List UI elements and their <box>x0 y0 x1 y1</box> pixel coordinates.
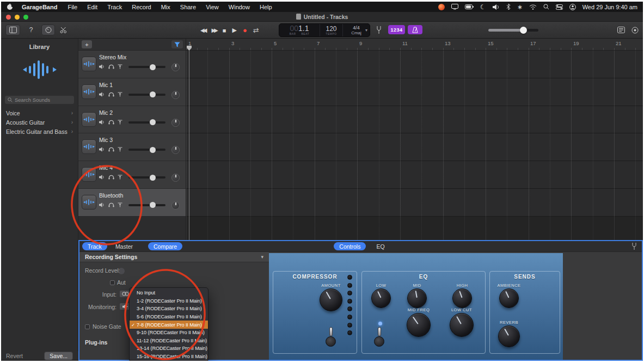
pan-knob[interactable] <box>171 201 180 210</box>
input-monitor-button[interactable] <box>118 117 122 127</box>
track-row-mic-4[interactable]: Mic 4 <box>78 161 186 189</box>
library-item-electric-guitar[interactable]: Electric Guitar and Bass › <box>1 127 78 136</box>
tuner-button[interactable] <box>375 25 383 35</box>
volume-thumb[interactable] <box>150 91 156 97</box>
save-button[interactable]: Save... <box>44 352 73 360</box>
count-in-button[interactable]: 1234 <box>388 25 405 34</box>
lcd-tempo[interactable]: 120 TEMPO <box>320 24 342 36</box>
search-sounds-field[interactable]: Search Sounds <box>5 96 74 104</box>
tab-master[interactable]: Master <box>110 242 138 250</box>
eq-low-cut-knob[interactable] <box>450 313 474 337</box>
editors-button[interactable] <box>58 24 69 35</box>
solo-button[interactable] <box>108 61 114 71</box>
pan-knob[interactable] <box>171 91 180 99</box>
volume-thumb[interactable] <box>150 147 156 153</box>
forward-button[interactable]: ▶▶ <box>211 27 216 33</box>
menu-share[interactable]: Share <box>175 4 201 10</box>
add-track-button[interactable]: + <box>82 40 92 48</box>
track-volume-slider[interactable] <box>128 121 165 124</box>
timeline-grid[interactable] <box>186 51 643 240</box>
track-row-mic-3[interactable]: Mic 3 <box>78 133 186 161</box>
mute-button[interactable] <box>99 89 105 99</box>
master-volume-slider[interactable] <box>488 29 538 32</box>
ambience-knob[interactable] <box>499 288 519 308</box>
library-toggle-button[interactable] <box>5 24 20 35</box>
tuning-fork-icon[interactable] <box>631 242 637 253</box>
tab-eq[interactable]: EQ <box>371 242 390 250</box>
mute-button[interactable] <box>99 61 105 71</box>
play-button[interactable]: ▶ <box>232 27 236 34</box>
track-volume-slider[interactable] <box>128 204 165 206</box>
recording-settings-header[interactable]: Recording Settings ▾ <box>79 252 269 262</box>
compressor-switch[interactable] <box>325 327 337 347</box>
tab-controls[interactable]: Controls <box>334 242 366 250</box>
mute-button[interactable] <box>99 117 105 127</box>
keyboard-brightness-icon[interactable]: ∗ <box>517 3 523 11</box>
record-button[interactable]: ● <box>243 26 247 34</box>
wifi-icon[interactable] <box>529 4 537 10</box>
input-monitor-button[interactable] <box>118 61 122 71</box>
volume-icon[interactable] <box>493 4 500 10</box>
solo-button[interactable] <box>108 172 114 182</box>
menu-item-7-8-selected[interactable]: ✓7-8 (RODECaster Pro II Main) <box>130 321 208 329</box>
record-level-knob[interactable] <box>118 268 125 274</box>
close-window-button[interactable] <box>6 15 11 20</box>
auto-level-checkbox[interactable] <box>110 280 115 285</box>
moon-icon[interactable]: ☾ <box>480 3 486 11</box>
mute-button[interactable] <box>99 172 105 182</box>
quick-help-button[interactable]: ? <box>26 24 36 35</box>
track-row-mic-1[interactable]: Mic 1 <box>78 78 186 106</box>
volume-thumb[interactable] <box>150 119 156 125</box>
menu-view[interactable]: View <box>201 4 224 10</box>
minimize-window-button[interactable] <box>15 15 20 20</box>
track-volume-slider[interactable] <box>128 149 165 151</box>
pan-knob[interactable] <box>171 63 180 71</box>
menu-item-15-16[interactable]: 15-16 (RODECaster Pro II Main) <box>130 353 208 361</box>
menu-file[interactable]: File <box>63 4 82 10</box>
menu-item-3-4[interactable]: 3-4 (RODECaster Pro II Main) <box>130 305 208 313</box>
solo-button[interactable] <box>108 200 114 210</box>
track-row-bluetooth[interactable]: Bluetooth <box>78 189 186 217</box>
track-volume-slider[interactable] <box>128 66 165 68</box>
eq-high-knob[interactable] <box>452 288 472 308</box>
bluetooth-icon[interactable] <box>506 4 511 10</box>
library-item-voice[interactable]: Voice › <box>1 108 78 118</box>
app-menu-garageband[interactable]: GarageBand <box>16 4 63 10</box>
menu-item-9-10[interactable]: 9-10 (RODECaster Pro II Main) <box>130 329 208 337</box>
compare-button[interactable]: Compare <box>148 242 182 250</box>
menu-item-5-6[interactable]: 5-6 (RODECaster Pro II Main) <box>130 313 208 321</box>
user-account-icon[interactable] <box>569 4 576 10</box>
mute-button[interactable] <box>99 144 105 154</box>
input-monitor-button[interactable] <box>118 144 122 154</box>
rewind-button[interactable]: ◀◀ <box>200 27 205 33</box>
media-browser-button[interactable] <box>630 25 639 35</box>
revert-button[interactable]: Revert <box>6 353 23 359</box>
reverb-knob[interactable] <box>498 325 520 347</box>
eq-switch[interactable] <box>373 327 385 347</box>
cycle-button[interactable]: ⇄ <box>253 26 259 34</box>
track-filter-button[interactable] <box>171 40 183 48</box>
menu-item-11-12[interactable]: 11-12 (RODECaster Pro II Main) <box>130 337 208 345</box>
solo-button[interactable] <box>108 89 114 99</box>
volume-thumb[interactable] <box>150 64 156 70</box>
display-mirroring-icon[interactable] <box>451 4 458 10</box>
metronome-button[interactable] <box>408 25 422 34</box>
compressor-amount-knob[interactable] <box>320 288 342 311</box>
menu-track[interactable]: Track <box>102 4 127 10</box>
track-volume-slider[interactable] <box>128 176 165 179</box>
battery-icon[interactable] <box>465 4 474 9</box>
track-row-mic-2[interactable]: Mic 2 <box>78 106 186 134</box>
menu-item-1-2[interactable]: 1-2 (RODECaster Pro II Main) <box>130 297 208 305</box>
master-volume-thumb[interactable] <box>520 27 527 34</box>
apple-menu[interactable] <box>7 3 13 10</box>
track-volume-slider[interactable] <box>128 94 165 96</box>
track-row-stereo-mix[interactable]: Stereo Mix <box>78 51 186 78</box>
input-monitor-button[interactable] <box>118 200 122 210</box>
menu-edit[interactable]: Edit <box>82 4 102 10</box>
menu-record[interactable]: Record <box>127 4 156 10</box>
track-name[interactable]: Mic 2 <box>99 109 113 116</box>
noise-gate-checkbox[interactable] <box>85 324 90 329</box>
pan-knob[interactable] <box>171 174 180 182</box>
timeline-area[interactable]: 1 3 5 7 9 11 13 15 17 19 21 <box>186 39 643 240</box>
pan-knob[interactable] <box>171 119 180 127</box>
